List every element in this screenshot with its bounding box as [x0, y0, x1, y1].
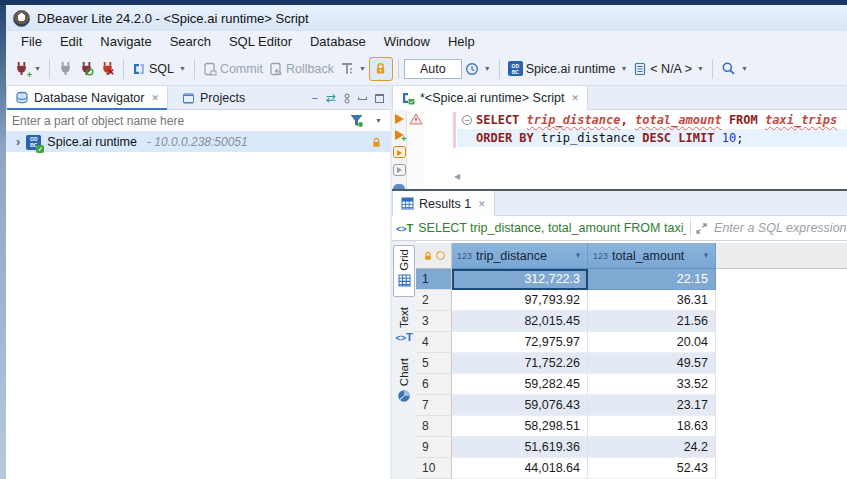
table-row[interactable]: 5 71,752.26 49.57 — [416, 353, 716, 374]
tab-text-label: Text — [398, 307, 410, 328]
tree-expander-icon[interactable]: › — [16, 137, 20, 147]
active-connection-selector[interactable]: OD BC Spice.ai runtime ▼ — [505, 58, 631, 79]
auto-commit-toggle[interactable] — [369, 57, 393, 81]
rollback-button[interactable]: Rollback — [266, 59, 337, 79]
tab-text[interactable]: Text <>T — [393, 304, 415, 350]
tab-script-label: *<Spice.ai runtime> Script — [420, 91, 565, 105]
view-menu-icon[interactable] — [344, 93, 350, 104]
presentation-tab-strip: Grid Text <>T Chart — [392, 241, 416, 479]
commit-mode-combo[interactable]: Auto — [404, 59, 462, 79]
maximize-view-icon[interactable] — [375, 94, 384, 103]
table-row[interactable]: 2 97,793.92 36.31 — [416, 290, 716, 311]
script-disabled-icon[interactable] — [393, 164, 406, 176]
link-with-editor-icon[interactable]: ⇄ — [326, 91, 336, 105]
column-header-total-amount[interactable]: 123 total_amount ▼ — [588, 243, 716, 269]
sql-script-icon — [401, 91, 415, 105]
results-query-text: SELECT trip_distance, total_amount FROM … — [418, 221, 686, 235]
sort-arrow-icon[interactable]: ▼ — [702, 251, 710, 260]
fold-collapse-icon[interactable]: − — [462, 115, 472, 125]
expand-filter-icon[interactable] — [695, 222, 708, 235]
connection-tree-item[interactable]: › OD BC ✓ Spice.ai runtime - 10.0.0.238:… — [6, 132, 390, 152]
sort-arrow-icon[interactable]: ▼ — [574, 251, 582, 260]
transaction-log-icon — [340, 62, 354, 76]
chart-pie-icon — [397, 389, 411, 403]
active-schema-selector[interactable]: < N/A > ▼ — [630, 59, 707, 79]
new-connection-button[interactable]: + ▼ — [11, 58, 44, 79]
warning-icon — [409, 113, 423, 125]
menu-sql-editor[interactable]: SQL Editor — [220, 31, 301, 52]
transaction-history-button[interactable]: ▼ — [462, 59, 494, 79]
grid-corner-cell[interactable] — [416, 243, 452, 269]
menu-search[interactable]: Search — [161, 31, 220, 52]
close-icon[interactable]: ✕ — [572, 93, 580, 103]
tab-chart[interactable]: Chart — [393, 355, 415, 409]
menu-help[interactable]: Help — [439, 31, 484, 52]
collapse-all-icon[interactable]: − — [312, 92, 318, 104]
table-row[interactable]: 7 59,076.43 23.17 — [416, 395, 716, 416]
dbeaver-app-icon — [13, 10, 30, 27]
execute-statement-icon[interactable] — [395, 114, 404, 124]
object-filter-input[interactable] — [12, 111, 342, 130]
table-row[interactable]: 3 82,015.45 21.56 — [416, 311, 716, 332]
reconnect-button[interactable] — [76, 58, 97, 79]
filter-dropdown-icon[interactable]: ▼ — [375, 117, 382, 124]
sql-code-line-1[interactable]: SELECT trip_distance, total_amount FROM … — [476, 111, 837, 129]
chevron-down-icon: ▼ — [359, 65, 366, 72]
tab-projects[interactable]: Projects — [174, 86, 253, 110]
execute-new-tab-icon[interactable]: + — [395, 130, 404, 140]
results-grid-icon — [401, 197, 414, 210]
plug-disconnect-icon — [100, 61, 115, 76]
table-row[interactable]: 10 44,018.64 52.43 — [416, 458, 716, 479]
search-button[interactable]: ▼ — [718, 58, 751, 79]
tab-grid[interactable]: Grid — [393, 245, 415, 297]
sql-code-line-2[interactable]: ORDER BY trip_distance DESC LIMIT 10; — [476, 129, 743, 147]
execute-script-icon[interactable] — [393, 146, 406, 158]
focused-cell[interactable]: 312,722.3 — [452, 269, 588, 290]
toolbar-separator — [499, 59, 500, 79]
commit-button[interactable]: Commit — [200, 59, 266, 79]
tab-script[interactable]: *<Spice.ai runtime> Script ✕ — [392, 86, 588, 110]
filter-funnel-icon[interactable] — [349, 113, 364, 128]
filter-placeholder-text: Enter a SQL expression to — [714, 221, 847, 235]
annotation-ruler — [407, 110, 425, 189]
menu-window[interactable]: Window — [375, 31, 439, 52]
menu-database[interactable]: Database — [301, 31, 375, 52]
main-toolbar: + ▼ SQL ▼ — [6, 52, 847, 86]
active-connection-name: Spice.ai runtime — [526, 62, 616, 76]
numeric-type-badge: 123 — [457, 251, 472, 261]
results-filter-bar[interactable]: <>T SELECT trip_distance, total_amount F… — [392, 216, 847, 241]
plug-new-icon: + — [14, 61, 29, 76]
transaction-log-button[interactable]: ▼ — [337, 59, 369, 79]
plug-icon — [58, 61, 73, 76]
menu-navigate[interactable]: Navigate — [91, 31, 160, 52]
menu-file[interactable]: File — [12, 31, 51, 52]
tab-database-navigator-label: Database Navigator — [34, 91, 144, 105]
hscroll-left-arrow-icon[interactable]: ◀ — [454, 172, 460, 181]
toolbar-separator — [194, 59, 195, 79]
disconnect-button[interactable] — [97, 58, 118, 79]
clock-icon — [465, 62, 479, 76]
lock-icon — [374, 62, 387, 75]
sql-text-icon: <>T — [396, 222, 413, 234]
close-icon[interactable]: ✕ — [478, 199, 486, 209]
menu-edit[interactable]: Edit — [51, 31, 91, 52]
editor-tabstrip: *<Spice.ai runtime> Script ✕ — [392, 86, 847, 110]
table-row[interactable]: 9 51,619.36 24.2 — [416, 437, 716, 458]
odbc-driver-icon: OD BC — [508, 61, 523, 76]
editor-body[interactable]: + − SELECT trip_distance, total_amount F… — [392, 110, 847, 189]
table-row[interactable]: 6 59,282.45 33.52 — [416, 374, 716, 395]
column-header-trip-distance[interactable]: 123 trip_distance ▼ — [452, 243, 588, 269]
tab-database-navigator[interactable]: Database Navigator ✕ — [6, 86, 168, 110]
tab-results-1[interactable]: Results 1 ✕ — [392, 191, 495, 216]
minimize-view-icon[interactable] — [358, 97, 367, 100]
sql-editor-button[interactable]: SQL ▼ — [129, 59, 189, 79]
close-icon[interactable]: ✕ — [151, 93, 159, 103]
table-row[interactable]: 4 72,975.97 20.04 — [416, 332, 716, 353]
table-row[interactable]: 8 58,298.51 18.63 — [416, 416, 716, 437]
connect-button[interactable] — [55, 58, 76, 79]
navigator-filter-row: ▼ — [6, 110, 390, 132]
results-panel: Results 1 ✕ <>T SELECT trip_distance, to… — [392, 189, 847, 479]
table-row[interactable]: 1 312,722.3 22.15 — [416, 269, 716, 290]
titlebar[interactable]: DBeaver Lite 24.2.0 - <Spice.ai runtime>… — [6, 5, 847, 31]
chevron-down-icon: ▼ — [484, 65, 491, 72]
